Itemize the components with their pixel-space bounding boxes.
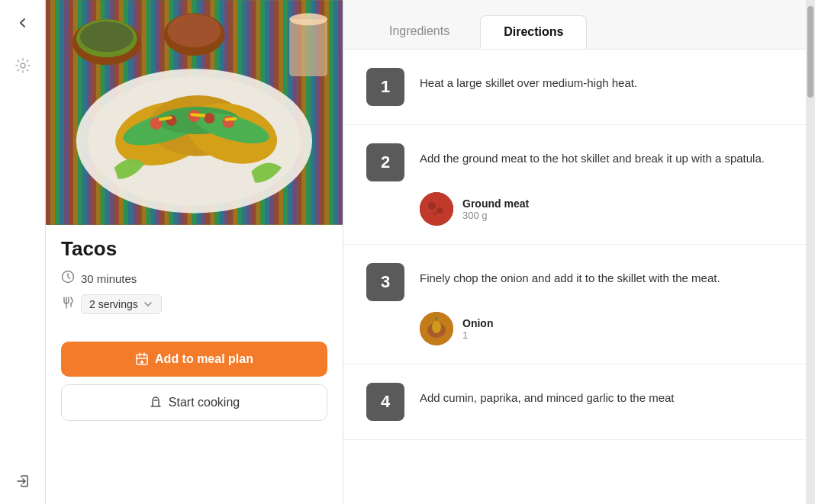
svg-point-0	[21, 63, 25, 68]
direction-step-1: 1 Heat a large skillet over medium-high …	[343, 50, 806, 125]
svg-point-29	[168, 14, 221, 47]
action-buttons: Add to meal plan Start cooking	[46, 342, 343, 436]
svg-point-37	[433, 211, 437, 216]
sidebar	[0, 0, 46, 504]
back-button[interactable]	[9, 9, 37, 37]
step-number-1: 1	[366, 68, 404, 106]
onion-name: Onion	[462, 317, 493, 329]
ground-meat-amount: 300 g	[462, 210, 529, 221]
svg-point-35	[428, 202, 436, 210]
step-text-4: Add cumin, paprika, and minced garlic to…	[420, 383, 783, 407]
svg-point-34	[420, 192, 453, 226]
ground-meat-name: Ground meat	[462, 197, 529, 210]
recipe-image	[46, 0, 343, 225]
logout-icon[interactable]	[9, 467, 37, 495]
svg-point-31	[289, 13, 327, 25]
step-text-2: Add the ground meat to the hot skillet a…	[420, 143, 783, 168]
scrollbar-thumb[interactable]	[807, 6, 813, 98]
start-cooking-button[interactable]: Start cooking	[61, 384, 327, 421]
ground-meat-avatar	[420, 192, 453, 226]
right-panel: Ingredients Directions 1 Heat a large sk…	[343, 0, 806, 504]
direction-step-3: 3 Finely chop the onion and add it to th…	[343, 245, 806, 364]
step-text-1: Heat a large skillet over medium-high he…	[420, 68, 783, 92]
directions-list: 1 Heat a large skillet over medium-high …	[343, 50, 806, 504]
direction-step-2: 2 Add the ground meat to the hot skillet…	[343, 125, 806, 245]
step-number-3: 3	[366, 263, 404, 301]
servings-select[interactable]: 2 servings	[81, 294, 162, 314]
clock-icon	[61, 270, 75, 287]
step-text-3: Finely chop the onion and add it to the …	[420, 263, 783, 287]
start-cooking-label: Start cooking	[169, 396, 240, 409]
step-header-3: 3 Finely chop the onion and add it to th…	[366, 263, 783, 301]
left-panel: Tacos 30 minutes 2 servings	[46, 0, 343, 504]
svg-point-36	[436, 207, 443, 213]
tab-directions[interactable]: Directions	[480, 15, 587, 49]
settings-icon[interactable]	[9, 52, 37, 79]
onion-info: Onion 1	[462, 317, 493, 341]
tab-ingredients[interactable]: Ingredients	[366, 15, 472, 49]
svg-point-40	[432, 321, 441, 333]
ingredient-ground-meat: Ground meat 300 g	[420, 192, 783, 226]
onion-avatar	[420, 312, 453, 345]
servings-value: 2 servings	[89, 298, 138, 310]
step-header-1: 1 Heat a large skillet over medium-high …	[366, 68, 783, 106]
meal-plan-label: Add to meal plan	[155, 352, 253, 366]
step-header-4: 4 Add cumin, paprika, and minced garlic …	[366, 383, 783, 421]
onion-amount: 1	[462, 329, 493, 341]
svg-rect-30	[289, 19, 327, 76]
page-scrollbar[interactable]	[806, 0, 815, 504]
direction-step-4: 4 Add cumin, paprika, and minced garlic …	[343, 364, 806, 440]
svg-point-27	[80, 21, 134, 52]
servings-row: 2 servings	[61, 294, 327, 314]
recipe-title: Tacos	[61, 237, 327, 261]
tabs-header: Ingredients Directions	[343, 0, 806, 50]
recipe-meta: 30 minutes 2 servings	[61, 270, 327, 314]
recipe-info: Tacos 30 minutes 2 servings	[46, 225, 343, 342]
add-to-meal-plan-button[interactable]: Add to meal plan	[61, 342, 327, 377]
time-row: 30 minutes	[61, 270, 327, 287]
time-value: 30 minutes	[81, 272, 137, 285]
ingredient-onion: Onion 1	[420, 312, 783, 345]
ground-meat-info: Ground meat 300 g	[462, 197, 529, 221]
step-header-2: 2 Add the ground meat to the hot skillet…	[366, 143, 783, 181]
step-number-4: 4	[366, 383, 404, 421]
step-number-2: 2	[366, 143, 404, 181]
fork-icon	[61, 296, 75, 313]
svg-point-20	[204, 113, 214, 124]
